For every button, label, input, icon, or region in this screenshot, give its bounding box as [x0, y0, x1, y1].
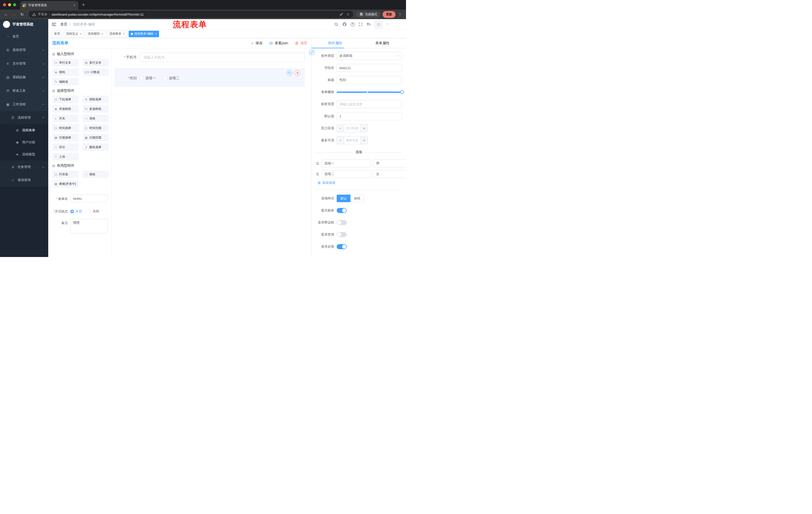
palette-item[interactable]: ◫行容器 — [52, 170, 79, 178]
drag-handle-icon[interactable]: ☰ — [316, 172, 320, 176]
increment-button[interactable]: + — [360, 137, 368, 144]
tag-chip-home[interactable]: 首页 — [52, 31, 62, 37]
help-icon[interactable]: ? — [351, 22, 355, 26]
option-value-input[interactable] — [373, 170, 406, 178]
show-label-toggle[interactable] — [337, 208, 347, 213]
password-key-icon[interactable] — [340, 12, 343, 16]
new-tab-button[interactable]: + — [80, 1, 87, 8]
link-button[interactable] — [309, 50, 314, 55]
checkbox-option-2[interactable]: 选项二 — [163, 76, 179, 80]
hamburger-icon[interactable] — [52, 23, 56, 26]
clear-button[interactable]: 清空 — [295, 41, 307, 46]
grid-slider[interactable] — [337, 88, 402, 96]
phone-field-row[interactable]: *手机号 — [115, 53, 305, 62]
delete-widget-button[interactable] — [295, 70, 300, 76]
fullscreen-icon[interactable] — [358, 22, 363, 27]
palette-item[interactable]: ⇧上传 — [52, 153, 79, 160]
view-json-button[interactable]: 查看json — [269, 41, 288, 46]
tag-chip-process-model[interactable]: 流程模型 × — [85, 31, 106, 37]
tab-component-props[interactable]: 组件属性 — [312, 38, 359, 48]
security-label[interactable]: 不安全 — [38, 12, 48, 17]
bookmark-star-icon[interactable]: ☆ — [346, 12, 350, 17]
border-toggle[interactable] — [337, 220, 347, 225]
palette-item[interactable]: ▩日期范围 — [83, 134, 109, 141]
sidebar-item-home[interactable]: ◔ 首页 — [0, 30, 48, 43]
palette-item[interactable]: ⊙下拉选择 — [52, 96, 79, 103]
close-icon[interactable]: × — [80, 32, 82, 36]
close-icon[interactable]: × — [123, 32, 125, 36]
sidebar-item-user-group[interactable]: ☻ 用户分组 — [0, 136, 48, 148]
sidebar-item-process-model[interactable]: ➤ 流程模型 — [0, 148, 48, 160]
avatar[interactable] — [374, 20, 383, 29]
disabled-toggle[interactable] — [337, 232, 347, 237]
sidebar-item-system-management[interactable]: ⚙ 系统管理 — [0, 43, 48, 57]
tag-chip-process-form[interactable]: 流程表单 × — [107, 31, 127, 37]
sidebar-item-process-form[interactable]: ≣ 流程表单 — [0, 124, 48, 136]
form-canvas[interactable]: *手机号 — [112, 48, 311, 257]
palette-item[interactable]: ◈密码 — [52, 69, 79, 76]
palette-item[interactable]: ◷时间选择 — [52, 124, 79, 132]
reload-icon[interactable]: ↻ — [19, 11, 26, 18]
sidebar-item-leave-query[interactable]: ☺ 请假查询 — [0, 173, 48, 187]
close-icon[interactable]: × — [155, 32, 157, 36]
palette-item[interactable]: ☝按钮 — [83, 170, 109, 178]
slider-track[interactable] — [337, 91, 402, 93]
min-select-value[interactable]: 至少应选 — [344, 125, 360, 132]
radio-closed[interactable]: 关闭 — [87, 209, 99, 214]
option-name-input[interactable] — [322, 159, 371, 167]
palette-item[interactable]: ▤多行文本 — [83, 59, 109, 66]
form-remark-textarea[interactable]: 嘿嘿 — [70, 219, 108, 233]
palette-item[interactable]: 123计数器 — [83, 69, 109, 76]
tag-chip-process-form-edit[interactable]: 流程表单-编辑 × — [128, 31, 159, 37]
palette-item[interactable]: ◐开关 — [52, 115, 79, 122]
decrement-button[interactable]: − — [337, 137, 344, 144]
field-name-input[interactable] — [337, 64, 402, 72]
palette-item[interactable]: ◕颜色选择 — [83, 143, 109, 151]
decrement-button[interactable]: − — [337, 125, 344, 132]
sidebar-item-workflow[interactable]: ▣ 工作流程 — [0, 98, 48, 111]
required-toggle[interactable] — [337, 244, 347, 249]
copy-widget-button[interactable] — [287, 70, 292, 76]
option-value-input[interactable] — [373, 159, 406, 167]
url-text[interactable]: dashboard.yudao.iocoder.cn/bpm/manager/f… — [52, 12, 338, 16]
palette-item[interactable]: ◴时间范围 — [83, 124, 109, 132]
minimize-window-button[interactable] — [8, 3, 11, 6]
sidebar-item-process-management[interactable]: ☰ 流程管理 — [0, 111, 48, 124]
update-button[interactable]: 更新 — [383, 11, 396, 18]
sidebar-item-task-management[interactable]: ⋔ 任务管理 — [0, 160, 48, 173]
forward-icon[interactable]: → — [10, 11, 18, 18]
close-window-button[interactable] — [3, 3, 6, 6]
font-size-icon[interactable]: TT — [367, 22, 371, 26]
breadcrumb-home[interactable]: 首页 — [60, 22, 67, 27]
sidebar-item-infrastructure[interactable]: ▤ 基础设施 — [0, 71, 48, 84]
selected-widget-gender[interactable]: *性别 选项一 选项二 — [115, 68, 305, 87]
search-icon[interactable] — [334, 22, 339, 27]
max-select-value[interactable]: 最多可选 — [344, 137, 360, 144]
default-value-input[interactable] — [337, 112, 402, 120]
increment-button[interactable]: + — [360, 125, 368, 132]
tab-form-props[interactable]: 表单属性 — [359, 38, 406, 48]
palette-item[interactable]: ⋔级联选择 — [83, 96, 109, 103]
radio-open[interactable]: 开启 — [70, 209, 82, 214]
title-input[interactable] — [337, 76, 402, 84]
browser-menu-icon[interactable]: ⋮ — [397, 12, 404, 17]
form-name-input[interactable] — [70, 195, 108, 202]
tag-chip-process-definition[interactable]: 流程定义 × — [64, 31, 84, 37]
palette-item[interactable]: ▦日期选择 — [52, 134, 79, 141]
add-option-button[interactable]: ⊕ 添加选项 — [318, 181, 402, 185]
label-width-input[interactable] — [337, 100, 402, 108]
address-bar[interactable]: 不安全 dashboard.yudao.iocoder.cn/bpm/manag… — [29, 11, 353, 18]
palette-item[interactable]: ◉单选框组 — [52, 105, 79, 113]
palette-item[interactable]: ☆评分 — [52, 143, 79, 151]
phone-input[interactable] — [140, 53, 305, 62]
slider-handle[interactable] — [400, 90, 404, 94]
component-type-select[interactable]: 多选框组 — [337, 52, 402, 60]
github-icon[interactable] — [343, 22, 347, 27]
palette-item[interactable]: ✎编辑器 — [52, 78, 79, 85]
close-icon[interactable]: × — [102, 32, 103, 36]
option-name-input[interactable] — [322, 170, 371, 178]
sidebar-item-dev-tools[interactable]: ⚒ 研发工具 — [0, 84, 48, 98]
zoom-window-button[interactable] — [13, 3, 16, 6]
back-icon[interactable]: ← — [2, 11, 9, 18]
style-default-button[interactable]: 默认 — [337, 195, 350, 202]
